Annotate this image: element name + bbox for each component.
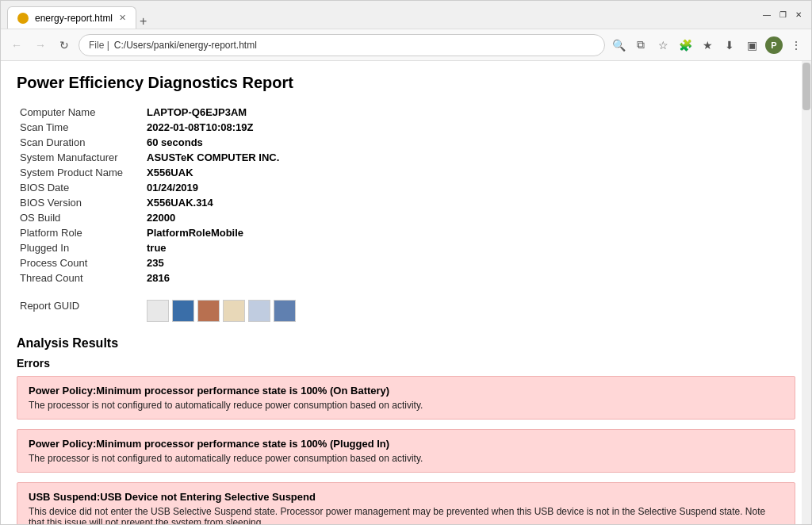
info-row: System Manufacturer ASUSTeK COMPUTER INC… bbox=[17, 150, 795, 165]
field-value: 01/24/2019 bbox=[144, 180, 795, 195]
scrollbar-track[interactable] bbox=[802, 61, 811, 524]
address-scheme: File | bbox=[89, 40, 109, 51]
info-row: BIOS Date 01/24/2019 bbox=[17, 180, 795, 195]
guid-table: Report GUID bbox=[17, 298, 795, 324]
tab-favicon bbox=[17, 13, 29, 24]
download-icon[interactable]: ⬇ bbox=[721, 36, 738, 54]
info-table: Computer Name LAPTOP-Q6EJP3AM Scan Time … bbox=[17, 105, 795, 285]
tab-close-button[interactable]: ✕ bbox=[119, 13, 126, 23]
extensions-icon[interactable]: 🧩 bbox=[676, 36, 694, 54]
info-row: Plugged In true bbox=[17, 240, 795, 255]
guid-swatch bbox=[172, 300, 194, 322]
window-controls: — ❐ ✕ bbox=[760, 9, 805, 21]
guid-swatch bbox=[147, 300, 169, 322]
analysis-section-title: Analysis Results bbox=[17, 336, 795, 351]
search-icon[interactable]: 🔍 bbox=[610, 36, 627, 54]
field-label: Scan Duration bbox=[17, 135, 144, 150]
browser-window: energy-report.html ✕ + — ❐ ✕ ← → ↻ File … bbox=[0, 0, 812, 525]
tab-area: energy-report.html ✕ + bbox=[7, 1, 757, 29]
field-value: true bbox=[144, 240, 795, 255]
error-cards-container: Power Policy:Minimum processor performan… bbox=[17, 376, 795, 473]
address-path: C:/Users/panki/energy-report.html bbox=[114, 40, 257, 51]
info-row: Scan Time 2022-01-08T10:08:19Z bbox=[17, 120, 795, 135]
device-error-card: USB Suspend:USB Device not Entering Sele… bbox=[17, 482, 795, 524]
field-label: Plugged In bbox=[17, 240, 144, 255]
info-row: Platform Role PlatformRoleMobile bbox=[17, 225, 795, 240]
info-row: Scan Duration 60 seconds bbox=[17, 135, 795, 150]
forward-button[interactable]: → bbox=[31, 36, 50, 55]
error-card-title: Power Policy:Minimum processor performan… bbox=[29, 385, 783, 397]
error-card-description: The processor is not configured to autom… bbox=[29, 453, 783, 464]
bookmark-icon[interactable]: ☆ bbox=[654, 36, 672, 54]
guid-swatch bbox=[248, 300, 270, 322]
error-card-description: The processor is not configured to autom… bbox=[29, 400, 783, 411]
error-card-title: Power Policy:Minimum processor performan… bbox=[29, 438, 783, 450]
error-card-title: USB Suspend:USB Device not Entering Sele… bbox=[29, 491, 783, 503]
field-label: System Manufacturer bbox=[17, 150, 144, 165]
guid-swatch bbox=[197, 300, 220, 322]
error-card: Power Policy:Minimum processor performan… bbox=[17, 376, 795, 420]
field-value: 2022-01-08T10:08:19Z bbox=[144, 120, 795, 135]
info-row: BIOS Version X556UAK.314 bbox=[17, 195, 795, 210]
refresh-button[interactable]: ↻ bbox=[55, 36, 74, 55]
errors-label: Errors bbox=[17, 357, 795, 370]
field-value: LAPTOP-Q6EJP3AM bbox=[144, 105, 795, 120]
field-label: Computer Name bbox=[17, 105, 144, 120]
info-row: Thread Count 2816 bbox=[17, 270, 795, 285]
info-row: Computer Name LAPTOP-Q6EJP3AM bbox=[17, 105, 795, 120]
guid-label: Report GUID bbox=[17, 298, 144, 324]
active-tab[interactable]: energy-report.html ✕ bbox=[7, 6, 136, 29]
field-value: 235 bbox=[144, 255, 795, 270]
field-label: Platform Role bbox=[17, 225, 144, 240]
guid-swatches bbox=[147, 300, 792, 322]
new-tab-button[interactable]: + bbox=[140, 14, 147, 29]
user-avatar[interactable]: P bbox=[765, 36, 783, 54]
field-label: BIOS Version bbox=[17, 195, 144, 210]
restore-button[interactable]: ❐ bbox=[776, 9, 789, 21]
guid-row: Report GUID bbox=[17, 298, 795, 324]
minimize-button[interactable]: — bbox=[760, 9, 773, 21]
field-value: 60 seconds bbox=[144, 135, 795, 150]
field-label: Process Count bbox=[17, 255, 144, 270]
field-label: Thread Count bbox=[17, 270, 144, 285]
field-value: PlatformRoleMobile bbox=[144, 225, 795, 240]
menu-icon[interactable]: ⋮ bbox=[787, 36, 805, 54]
report-title: Power Efficiency Diagnostics Report bbox=[17, 74, 795, 92]
tab-title: energy-report.html bbox=[35, 13, 113, 24]
back-button[interactable]: ← bbox=[7, 36, 26, 55]
close-button[interactable]: ✕ bbox=[792, 9, 805, 21]
scrollbar-thumb[interactable] bbox=[802, 63, 810, 110]
info-row: System Product Name X556UAK bbox=[17, 165, 795, 180]
field-label: BIOS Date bbox=[17, 180, 144, 195]
field-value: X556UAK.314 bbox=[144, 195, 795, 210]
field-value: 2816 bbox=[144, 270, 795, 285]
error-card-description: This device did not enter the USB Select… bbox=[29, 506, 783, 524]
field-label: Scan Time bbox=[17, 120, 144, 135]
toolbar-icons: 🔍 ⧉ ☆ 🧩 ★ ⬇ ▣ P ⋮ bbox=[610, 36, 805, 54]
field-label: OS Build bbox=[17, 210, 144, 225]
field-label: System Product Name bbox=[17, 165, 144, 180]
guid-swatch bbox=[223, 300, 245, 322]
info-row: Process Count 235 bbox=[17, 255, 795, 270]
copy-icon[interactable]: ⧉ bbox=[632, 36, 649, 54]
field-value: ASUSTeK COMPUTER INC. bbox=[144, 150, 795, 165]
field-value: 22000 bbox=[144, 210, 795, 225]
title-bar: energy-report.html ✕ + — ❐ ✕ bbox=[1, 1, 811, 29]
guid-swatch bbox=[274, 300, 296, 322]
profile-icon[interactable]: ★ bbox=[699, 36, 716, 54]
address-bar: ← → ↻ File | C:/Users/panki/energy-repor… bbox=[1, 29, 811, 61]
info-row: OS Build 22000 bbox=[17, 210, 795, 225]
field-value: X556UAK bbox=[144, 165, 795, 180]
page-content: Power Efficiency Diagnostics Report Comp… bbox=[1, 61, 811, 524]
error-card: Power Policy:Minimum processor performan… bbox=[17, 429, 795, 473]
split-view-icon[interactable]: ▣ bbox=[743, 36, 760, 54]
address-input[interactable]: File | C:/Users/panki/energy-report.html bbox=[79, 34, 605, 56]
